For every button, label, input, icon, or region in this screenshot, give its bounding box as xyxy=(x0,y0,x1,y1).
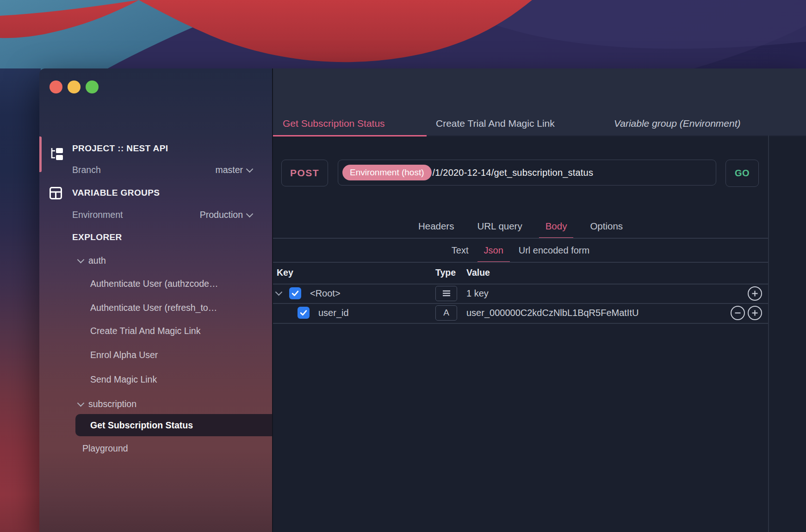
active-tab-underline xyxy=(273,135,427,136)
table-divider xyxy=(273,323,768,324)
column-value: Value xyxy=(466,262,490,284)
window-controls xyxy=(50,80,99,93)
tab-headers-label: Headers xyxy=(418,221,454,232)
tab-body-label: Body xyxy=(546,221,567,232)
project-tree-icon[interactable] xyxy=(50,147,64,163)
remove-key-button[interactable] xyxy=(731,303,745,322)
checkbox-checked xyxy=(298,307,310,319)
request-section-tabs: Headers URL query Body Options xyxy=(273,214,768,238)
table-row-root: <Root> 1 key xyxy=(273,284,768,303)
tab-options-label: Options xyxy=(590,221,623,232)
tab-headers[interactable]: Headers xyxy=(412,214,461,238)
environment-select[interactable]: Production xyxy=(200,210,252,220)
tab-variable-group-environment[interactable]: Variable group (Environment) xyxy=(614,118,741,129)
go-label: GO xyxy=(735,168,750,179)
table-row-user-id: user_id A user_000000C2kdCzNlbL1BqR5FeMa… xyxy=(273,303,768,322)
tab-json-label: Json xyxy=(484,245,503,256)
plus-icon xyxy=(748,306,762,320)
explorer-title: EXPLORER xyxy=(72,232,122,242)
url-path-text: /1/2020-12-14/get_subscription_status xyxy=(433,167,594,178)
add-key-button[interactable] xyxy=(748,284,762,303)
sidebar-item-playground[interactable]: Playground xyxy=(82,443,128,454)
check-icon xyxy=(299,308,308,317)
close-window-button[interactable] xyxy=(50,80,62,93)
row-type-button[interactable]: A xyxy=(435,303,457,322)
sidebar-item-get-subscription-status-selected[interactable]: Get Subscription Status xyxy=(75,414,272,436)
selected-item-label: Get Subscription Status xyxy=(90,420,193,431)
sidebar-item-authenticate-refresh[interactable]: Authenticate User (refresh_to… xyxy=(90,303,217,313)
row-value: 1 key xyxy=(466,284,489,303)
tab-text-label: Text xyxy=(452,245,469,256)
check-icon xyxy=(291,289,300,298)
user-id-checkbox[interactable] xyxy=(298,303,310,322)
json-table-header: Key Type Value xyxy=(273,262,768,284)
column-key: Key xyxy=(277,262,293,284)
root-checkbox[interactable] xyxy=(289,284,301,303)
object-type-icon xyxy=(435,286,457,301)
wallpaper-left-strip xyxy=(0,68,41,532)
project-title: PROJECT :: NEST API xyxy=(72,143,168,154)
chevron-down-icon xyxy=(77,256,85,263)
tab-get-subscription-status[interactable]: Get Subscription Status xyxy=(283,118,385,129)
sidebar-folder-subscription[interactable]: subscription xyxy=(78,399,136,409)
url-input[interactable]: Environment (host) /1/2020-12-14/get_sub… xyxy=(338,160,716,186)
environment-host-variable-pill[interactable]: Environment (host) xyxy=(342,165,432,180)
tab-url-encoded-label: Url encoded form xyxy=(519,245,589,256)
row-value: user_000000C2kdCzNlbL1BqR5FeMatItU xyxy=(466,303,639,322)
collapse-row-icon[interactable] xyxy=(276,284,281,303)
row-key: user_id xyxy=(318,303,349,322)
tab-url-encoded-form[interactable]: Url encoded form xyxy=(512,239,596,262)
document-tab-bar: Get Subscription Status Create Trial And… xyxy=(273,68,806,136)
variable-groups-icon[interactable] xyxy=(50,187,62,201)
sidebar-item-send-magic-link[interactable]: Send Magic Link xyxy=(90,374,157,385)
variable-groups-title: VARIABLE GROUPS xyxy=(72,188,160,198)
branch-value: master xyxy=(215,165,243,175)
tab-create-trial-and-magic-link[interactable]: Create Trial And Magic Link xyxy=(436,118,555,129)
row-key: <Root> xyxy=(310,284,341,303)
environment-label: Environment xyxy=(72,210,123,220)
minimize-window-button[interactable] xyxy=(68,80,81,93)
branch-select[interactable]: master xyxy=(215,165,252,175)
string-type-icon: A xyxy=(435,305,457,321)
sidebar-item-authenticate-authzcode[interactable]: Authenticate User (authzcode… xyxy=(90,278,218,289)
tab-body[interactable]: Body xyxy=(539,214,574,238)
main-panel: Get Subscription Status Create Trial And… xyxy=(273,68,806,532)
column-type: Type xyxy=(431,262,460,284)
tab-url-query-label: URL query xyxy=(477,221,522,232)
chevron-down-icon xyxy=(275,289,283,296)
app-window: PROJECT :: NEST API Branch master VARIAB… xyxy=(39,68,806,532)
sidebar-item-create-trial[interactable]: Create Trial And Magic Link xyxy=(90,326,200,336)
sidebar: PROJECT :: NEST API Branch master VARIAB… xyxy=(39,68,272,532)
folder-label: auth xyxy=(88,255,106,266)
tab-json[interactable]: Json xyxy=(477,239,510,262)
chevron-down-icon xyxy=(77,399,85,407)
environment-value: Production xyxy=(200,210,243,220)
chevron-down-icon xyxy=(246,210,254,217)
body-mode-tabs: Text Json Url encoded form xyxy=(273,239,768,262)
zoom-window-button[interactable] xyxy=(86,80,99,93)
minus-icon xyxy=(731,306,745,320)
plus-icon xyxy=(748,286,762,301)
panel-right-divider xyxy=(768,136,769,532)
row-type-button[interactable] xyxy=(435,284,457,303)
chevron-down-icon xyxy=(246,165,254,173)
add-key-button[interactable] xyxy=(748,303,762,322)
go-button[interactable]: GO xyxy=(725,160,759,187)
sidebar-item-enrol-alpha[interactable]: Enrol Alpha User xyxy=(90,350,158,360)
tab-url-query[interactable]: URL query xyxy=(471,214,528,238)
checkbox-checked xyxy=(289,287,301,299)
method-label: POST xyxy=(290,167,319,179)
branch-label: Branch xyxy=(72,165,101,175)
tab-options[interactable]: Options xyxy=(583,214,629,238)
folder-label: subscription xyxy=(88,399,136,409)
active-section-accent-bar xyxy=(39,136,42,172)
sidebar-folder-auth[interactable]: auth xyxy=(78,255,106,266)
tab-text[interactable]: Text xyxy=(445,239,475,262)
method-post-button[interactable]: POST xyxy=(281,160,328,186)
